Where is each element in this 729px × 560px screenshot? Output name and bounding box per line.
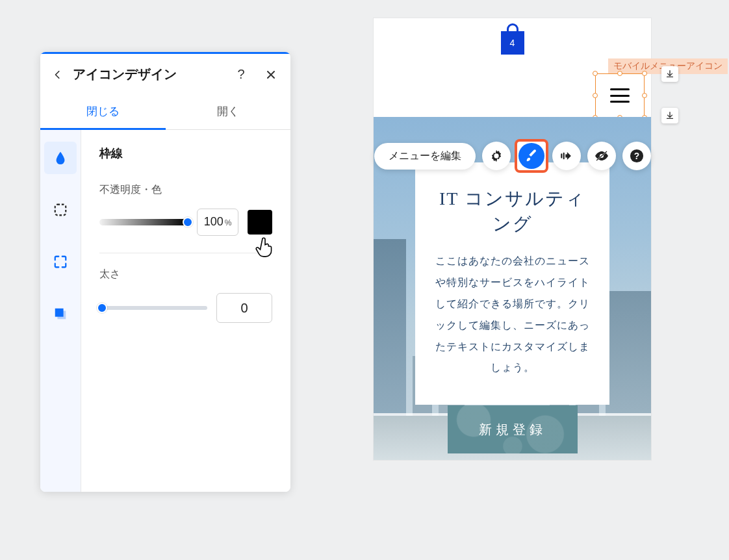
edit-menu-button[interactable]: メニューを編集 bbox=[374, 143, 476, 170]
thickness-value-input[interactable]: 0 bbox=[216, 293, 272, 323]
opacity-slider-knob[interactable] bbox=[183, 217, 193, 227]
element-toolbar: メニューを編集 ? bbox=[374, 142, 651, 170]
opacity-slider[interactable] bbox=[99, 219, 188, 225]
back-button[interactable] bbox=[49, 66, 66, 83]
opacity-row: 100 % bbox=[99, 209, 272, 236]
border-dashed-icon[interactable] bbox=[44, 194, 77, 226]
mobile-header: 4 モバイルメニューアイコン bbox=[374, 18, 651, 117]
hero-card-title: IT コンサルティング bbox=[433, 186, 591, 236]
resize-handle[interactable] bbox=[642, 71, 647, 76]
download-pill-top[interactable] bbox=[661, 66, 678, 82]
cursor-hand-icon bbox=[254, 236, 276, 258]
svg-rect-2 bbox=[55, 309, 64, 317]
thickness-label: 太さ bbox=[99, 268, 272, 281]
opacity-value-number: 100 bbox=[204, 215, 224, 229]
mobile-preview: 4 モバイルメニューアイコン メニューを編集 bbox=[374, 18, 651, 460]
panel-tabs: 閉じる 開く bbox=[40, 95, 290, 130]
resize-handle[interactable] bbox=[593, 71, 598, 76]
panel-help-button[interactable]: ? bbox=[233, 67, 249, 83]
panel-header-actions: ? bbox=[233, 67, 279, 83]
svg-rect-0 bbox=[55, 205, 66, 216]
thickness-slider[interactable] bbox=[99, 306, 207, 310]
shadow-icon[interactable] bbox=[44, 298, 77, 330]
hero-card-body: ここはあなたの会社のニュースや特別なサービスをハイライトして紹介できる場所です。… bbox=[433, 251, 591, 379]
color-swatch[interactable] bbox=[248, 210, 272, 235]
opacity-color-label: 不透明度・色 bbox=[99, 183, 272, 197]
shopping-bag-icon: 4 bbox=[501, 31, 524, 55]
tab-close-state[interactable]: 閉じる bbox=[40, 95, 166, 129]
resize-handle[interactable] bbox=[642, 93, 647, 98]
thickness-slider-knob[interactable] bbox=[97, 303, 107, 313]
panel-content: 枠線 不透明度・色 100 % 太さ bbox=[81, 130, 290, 492]
download-icon bbox=[665, 111, 674, 120]
svg-text:?: ? bbox=[633, 151, 639, 161]
gear-icon[interactable] bbox=[482, 142, 511, 170]
icon-design-panel: アイコンデザイン ? 閉じる 開く 枠線 bbox=[40, 52, 290, 492]
resize-handle[interactable] bbox=[617, 71, 622, 76]
divider bbox=[99, 253, 272, 253]
thickness-row: 0 bbox=[99, 293, 272, 323]
side-icon-rail bbox=[40, 130, 81, 492]
opacity-value-input[interactable]: 100 % bbox=[197, 209, 238, 236]
panel-title: アイコンデザイン bbox=[73, 66, 227, 83]
panel-close-button[interactable] bbox=[263, 67, 279, 83]
chevron-left-icon bbox=[53, 70, 62, 79]
panel-header: アイコンデザイン ? bbox=[40, 54, 290, 95]
cart-widget[interactable]: 4 bbox=[501, 31, 524, 55]
download-icon bbox=[665, 70, 674, 79]
tab-open-state[interactable]: 開く bbox=[166, 95, 291, 129]
brush-icon[interactable] bbox=[517, 142, 546, 170]
cta-button[interactable]: 新規登録 bbox=[448, 405, 578, 453]
download-controls bbox=[661, 66, 678, 123]
opacity-value-unit: % bbox=[225, 218, 232, 227]
download-pill-bottom[interactable] bbox=[661, 108, 678, 123]
corners-icon[interactable] bbox=[44, 246, 77, 278]
fill-icon[interactable] bbox=[44, 142, 77, 174]
hamburger-icon[interactable] bbox=[610, 88, 630, 103]
hero-card[interactable]: IT コンサルティング ここはあなたの会社のニュースや特別なサービスをハイライト… bbox=[415, 162, 609, 405]
help-icon[interactable]: ? bbox=[622, 142, 651, 170]
visibility-off-icon[interactable] bbox=[587, 142, 616, 170]
cart-count: 4 bbox=[510, 38, 515, 48]
resize-handle[interactable] bbox=[593, 93, 598, 98]
cta-label: 新規登録 bbox=[479, 421, 546, 439]
hamburger-selection-box[interactable] bbox=[595, 73, 645, 118]
close-icon bbox=[266, 70, 275, 79]
animation-icon[interactable] bbox=[552, 142, 581, 170]
section-title: 枠線 bbox=[99, 146, 272, 161]
thickness-value-number: 0 bbox=[240, 301, 248, 316]
panel-body: 枠線 不透明度・色 100 % 太さ bbox=[40, 130, 290, 492]
